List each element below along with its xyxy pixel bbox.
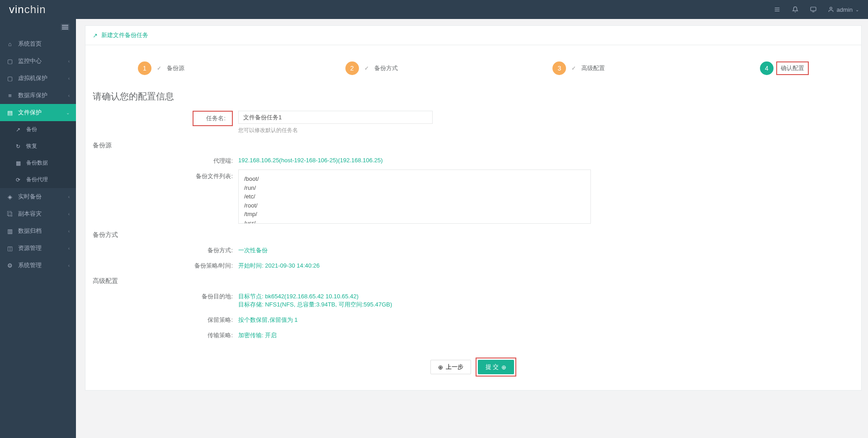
step-number: 2 xyxy=(345,61,359,75)
nav-label: 数据库保护 xyxy=(18,91,68,99)
chevron-left-icon: ‹ xyxy=(68,263,70,268)
chevron-left-icon: ‹ xyxy=(68,59,70,64)
schedule-label: 备份策略/时间: xyxy=(93,259,238,270)
share-icon: ↗ xyxy=(14,127,22,133)
taskname-value-wrap: 您可以修改默认的任务名 xyxy=(238,111,600,134)
wizard-step-2: 2 ✓ 备份方式 xyxy=(345,61,553,75)
step-number: 1 xyxy=(138,61,151,75)
check-icon: ✓ xyxy=(571,65,576,71)
sidebar-toggle xyxy=(0,19,76,35)
nav-vm[interactable]: ▢虚拟机保护‹ xyxy=(0,70,76,87)
row-method: 备份方式: 一次性备份 xyxy=(93,244,854,254)
step-label: 确认配置 xyxy=(781,65,804,71)
arrow-left-icon: ⊕ xyxy=(438,364,443,371)
filelist-box[interactable]: /boot//run//etc//root//tmp//usr//bin/ xyxy=(238,170,591,224)
submit-highlight-box: 提 交 ⊕ xyxy=(476,358,517,377)
wizard: 1 ✓ 备份源 2 ✓ 备份方式 3 ✓ 高级配置 xyxy=(93,54,854,88)
dest-value: 目标节点: bk6542(192.168.65.42 10.10.65.42) … xyxy=(238,290,600,309)
schedule-value: 开始时间: 2021-09-30 14:40:26 xyxy=(238,259,600,270)
logo-part1: vin xyxy=(9,3,24,15)
user-menu[interactable]: admin ⌄ xyxy=(828,6,859,13)
nav-sub-file: ↗备份 ↻恢复 ▦备份数据 ⟳备份代理 xyxy=(0,121,76,188)
step-label: 高级配置 xyxy=(581,64,605,72)
taskname-label-wrap: 任务名: xyxy=(93,111,238,134)
bell-icon[interactable] xyxy=(792,6,799,13)
wizard-step-3: 3 ✓ 高级配置 xyxy=(552,61,760,75)
archive-icon: ▥ xyxy=(6,228,14,235)
row-filelist: 备份文件列表: /boot//run//etc//root//tmp//usr/… xyxy=(93,170,854,224)
nav-db[interactable]: ≡数据库保护‹ xyxy=(0,87,76,104)
check-icon: ✓ xyxy=(157,65,161,71)
chevron-left-icon: ‹ xyxy=(68,93,70,98)
resource-icon: ◫ xyxy=(6,245,14,252)
main: ↗ 新建文件备份任务 1 ✓ 备份源 2 ✓ 备份方式 3 xyxy=(76,19,868,438)
filelist-label: 备份文件列表: xyxy=(93,170,238,224)
section-title: 请确认您的配置信息 xyxy=(93,90,854,103)
sidebar: ⌂系统首页 ▢监控中心‹ ▢虚拟机保护‹ ≡数据库保护‹ ▤文件保护⌄ ↗备份 … xyxy=(0,19,76,438)
panel: ↗ 新建文件备份任务 1 ✓ 备份源 2 ✓ 备份方式 3 xyxy=(85,25,862,391)
nav-label: 实时备份 xyxy=(18,193,68,201)
step-number: 3 xyxy=(552,61,566,75)
nav-sub-data[interactable]: ▦备份数据 xyxy=(0,155,76,171)
step-label: 备份方式 xyxy=(374,64,398,72)
method-value: 一次性备份 xyxy=(238,244,600,254)
nav-sub-restore[interactable]: ↻恢复 xyxy=(0,138,76,155)
page-title: 新建文件备份任务 xyxy=(101,31,148,39)
footer-buttons: ⊕ 上一步 提 交 ⊕ xyxy=(93,358,854,377)
step-label: 备份源 xyxy=(167,64,184,72)
dest-storage: 目标存储: NFS1(NFS, 总容量:3.94TB, 可用空间:595.47G… xyxy=(238,301,600,309)
display-icon[interactable] xyxy=(810,6,817,13)
nav-realtime[interactable]: ◈实时备份‹ xyxy=(0,188,76,205)
nav-system[interactable]: ⚙系统管理‹ xyxy=(0,257,76,274)
subsection-method: 备份方式 xyxy=(93,231,854,239)
svg-rect-3 xyxy=(811,7,816,11)
dest-node: 目标节点: bk6542(192.168.65.42 10.10.65.42) xyxy=(238,292,600,301)
nav-label: 监控中心 xyxy=(18,57,68,65)
hamburger-icon[interactable] xyxy=(61,24,70,31)
nav-label: 虚拟机保护 xyxy=(18,74,68,82)
logo: vinchin xyxy=(9,3,46,16)
chevron-left-icon: ‹ xyxy=(68,194,70,199)
dest-label: 备份目的地: xyxy=(93,290,238,309)
row-retention: 保留策略: 按个数保留,保留值为 1 xyxy=(93,313,854,324)
agent-value: 192.168.106.25(host-192-168-106-25)(192.… xyxy=(238,154,600,165)
nav-file[interactable]: ▤文件保护⌄ xyxy=(0,104,76,121)
arrow-right-icon: ⊕ xyxy=(501,364,506,371)
submit-label: 提 交 xyxy=(486,363,499,371)
topbar-right: admin ⌄ xyxy=(774,6,859,13)
shield-icon: ◈ xyxy=(6,193,14,200)
nav-resource[interactable]: ◫资源管理‹ xyxy=(0,240,76,257)
nav-label: 恢复 xyxy=(26,142,70,150)
nav-archive[interactable]: ▥数据归档‹ xyxy=(0,222,76,240)
retention-label: 保留策略: xyxy=(93,313,238,324)
svg-point-5 xyxy=(830,7,832,9)
list-icon[interactable] xyxy=(774,6,781,13)
topbar: vinchin admin ⌄ xyxy=(0,0,868,19)
nav-label: 文件保护 xyxy=(18,108,66,117)
nav-label: 系统管理 xyxy=(18,261,68,269)
taskname-hint: 您可以修改默认的任务名 xyxy=(238,127,600,134)
nav-label: 备份数据 xyxy=(26,159,70,167)
nav-label: 系统首页 xyxy=(18,40,70,48)
monitor-icon: ▢ xyxy=(6,58,14,65)
prev-label: 上一步 xyxy=(446,363,463,371)
nav-home[interactable]: ⌂系统首页 xyxy=(0,35,76,52)
row-taskname: 任务名: 您可以修改默认的任务名 xyxy=(93,111,854,134)
prev-button[interactable]: ⊕ 上一步 xyxy=(430,360,471,374)
nav-sub-backup[interactable]: ↗备份 xyxy=(0,121,76,138)
nav-replica[interactable]: ⿻副本容灾‹ xyxy=(0,205,76,222)
subsection-adv: 高级配置 xyxy=(93,277,854,285)
submit-button[interactable]: 提 交 ⊕ xyxy=(478,360,514,374)
logo-part2: chin xyxy=(24,3,46,15)
nav-monitor[interactable]: ▢监控中心‹ xyxy=(0,52,76,70)
monitor-icon: ▢ xyxy=(6,75,14,82)
nav-sub-agent[interactable]: ⟳备份代理 xyxy=(0,171,76,188)
method-label: 备份方式: xyxy=(93,244,238,254)
filelist-value-wrap: /boot//run//etc//root//tmp//usr//bin/ xyxy=(238,170,600,224)
taskname-input[interactable] xyxy=(238,111,433,124)
gear-icon: ⚙ xyxy=(6,262,14,269)
nav-label: 副本容灾 xyxy=(18,210,68,218)
row-schedule: 备份策略/时间: 开始时间: 2021-09-30 14:40:26 xyxy=(93,259,854,270)
retention-value: 按个数保留,保留值为 1 xyxy=(238,313,600,324)
step-number: 4 xyxy=(760,61,774,75)
